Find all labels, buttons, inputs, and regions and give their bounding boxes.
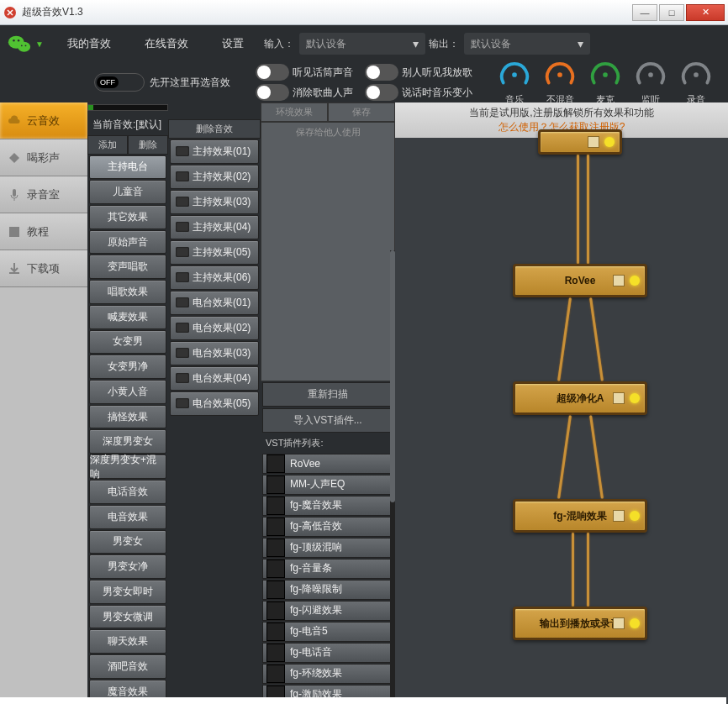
preset-item[interactable]: 主持效果(06) (170, 265, 259, 290)
vst-icon (266, 475, 285, 494)
master-hint: 先开这里再选音效 (150, 76, 230, 90)
vst-item[interactable]: fg-闪避效果 (262, 601, 393, 621)
category-item[interactable]: 聊天效果 (89, 629, 166, 654)
category-item[interactable]: 变声唱歌 (89, 255, 166, 279)
output-label: 输出： (429, 37, 459, 51)
sidebar-downloads[interactable]: 下载项 (0, 250, 87, 287)
dial-3[interactable]: 监听 (634, 59, 667, 106)
minimize-button[interactable]: — (632, 4, 657, 21)
category-item[interactable]: 儿童音 (89, 180, 166, 204)
preset-item[interactable]: 主持效果(01) (170, 139, 259, 164)
dial-1[interactable]: 不混音 (543, 59, 577, 106)
vst-item[interactable]: fg-环绕效果 (262, 664, 393, 684)
preset-item[interactable]: 电台效果(03) (170, 341, 259, 365)
category-item[interactable]: 男变女 (89, 530, 166, 554)
output-select[interactable]: 默认设备 (464, 33, 590, 55)
sliders-icon[interactable] (613, 392, 625, 404)
sidebar-cheer[interactable]: 喝彩声 (0, 139, 87, 176)
input-select[interactable]: 默认设备 (299, 33, 425, 55)
preset-item[interactable]: 电台效果(01) (170, 291, 259, 315)
import-vst-button[interactable]: 导入VST插件... (262, 408, 393, 433)
sidebar-tutorial[interactable]: 教程 (0, 213, 87, 250)
vst-item[interactable]: MM-人声EQ (262, 475, 393, 495)
delete-button[interactable]: 删除 (128, 135, 168, 155)
preset-item[interactable]: 主持效果(04) (170, 215, 259, 239)
svg-point-7 (512, 72, 517, 77)
toggle-hear-mic[interactable]: 听见话筒声音 (256, 64, 353, 81)
tab-online-effects[interactable]: 在线音效 (128, 25, 205, 62)
vst-item[interactable]: RoVee (262, 454, 393, 474)
wechat-dropdown-icon[interactable]: ▼ (35, 39, 44, 49)
vst-item[interactable]: fg-电话音 (262, 643, 393, 663)
svg-point-9 (603, 72, 608, 77)
vst-icon (266, 581, 285, 599)
toggle-remove-vocal[interactable]: 消除歌曲人声 (256, 84, 353, 101)
wechat-icon[interactable] (7, 31, 32, 56)
category-item[interactable]: 小黄人音 (89, 380, 166, 404)
category-item[interactable]: 原始声音 (89, 230, 166, 255)
node-input[interactable] (538, 129, 622, 155)
toggle-ducking[interactable]: 说话时音乐变小 (365, 84, 472, 101)
toggle-others-hear[interactable]: 别人听见我放歌 (365, 64, 472, 81)
vst-icon (266, 623, 285, 641)
svg-point-3 (13, 39, 14, 41)
category-item[interactable]: 女变男 (89, 330, 166, 355)
category-item[interactable]: 酒吧音效 (89, 654, 166, 679)
effect-chain-canvas[interactable]: 当前是试用版,注册版解锁所有效果和功能 怎么使用？怎么获取注册版? RoVee … (395, 102, 728, 704)
category-item[interactable]: 男变女微调 (89, 605, 166, 629)
dial-0[interactable]: 音乐 (498, 59, 531, 106)
vst-item[interactable]: fg-魔音效果 (262, 496, 393, 516)
add-button[interactable]: 添加 (87, 135, 128, 155)
master-toggle[interactable]: OFF (94, 73, 145, 92)
svg-point-8 (557, 72, 562, 77)
window-title: 超级音效V1.3 (22, 5, 630, 19)
category-item[interactable]: 电音效果 (89, 505, 166, 529)
node-output[interactable]: 输出到播放或录音 (513, 607, 647, 640)
category-item[interactable]: 搞怪效果 (89, 405, 166, 429)
category-item[interactable]: 女变男净 (89, 355, 166, 379)
category-item[interactable]: 电话音效 (89, 480, 166, 504)
close-button[interactable]: ✕ (686, 4, 725, 21)
category-item[interactable]: 喊麦效果 (89, 305, 166, 329)
delete-effect-button[interactable]: 删除音效 (168, 119, 261, 139)
preset-item[interactable]: 主持效果(03) (170, 190, 259, 214)
category-item[interactable]: 其它效果 (89, 205, 166, 229)
category-item[interactable]: 唱歌效果 (89, 280, 166, 304)
category-item[interactable]: 深度男变女+混响 (89, 454, 166, 479)
sliders-icon[interactable] (613, 510, 625, 522)
preset-item[interactable]: 电台效果(02) (170, 316, 259, 340)
sidebar-cloud-effects[interactable]: 云音效 (0, 102, 87, 139)
save-button[interactable]: 保存 (328, 102, 395, 122)
category-item[interactable]: 男变女净 (89, 554, 166, 579)
node-reverb[interactable]: fg-混响效果 (513, 499, 647, 533)
preset-item[interactable]: 电台效果(04) (170, 366, 259, 391)
preset-item[interactable]: 电台效果(05) (170, 391, 259, 416)
preset-icon (176, 323, 189, 333)
svg-rect-12 (13, 189, 16, 197)
rescan-button[interactable]: 重新扫描 (262, 382, 393, 407)
preset-item[interactable]: 主持效果(02) (170, 165, 259, 189)
vst-item[interactable]: fg-电音5 (262, 622, 393, 642)
tab-settings[interactable]: 设置 (205, 25, 261, 62)
sidebar-studio[interactable]: 录音室 (0, 176, 87, 213)
node-rovee[interactable]: RoVee (513, 264, 647, 297)
env-effect-button[interactable]: 环境效果 (261, 102, 328, 122)
vst-item[interactable]: fg-高低音效 (262, 517, 393, 537)
preset-item[interactable]: 主持效果(05) (170, 240, 259, 265)
vst-item[interactable]: fg-降噪限制 (262, 580, 393, 600)
dial-2[interactable]: 麦克 (588, 59, 622, 106)
maximize-button[interactable]: □ (659, 4, 684, 21)
category-item[interactable]: 主持电台 (89, 155, 166, 180)
vst-item[interactable]: fg-音量条 (262, 559, 393, 579)
category-item[interactable]: 深度男变女 (89, 429, 166, 454)
sliders-icon[interactable] (613, 617, 625, 629)
dial-4[interactable]: 录音 (679, 59, 713, 106)
node-purify[interactable]: 超级净化A (513, 381, 647, 415)
tab-my-effects[interactable]: 我的音效 (50, 25, 128, 62)
vst-item[interactable]: fg-顶级混响 (262, 538, 393, 558)
save-for-others-button[interactable]: 保存给他人使用 (261, 122, 395, 381)
sidebar: 云音效 喝彩声 录音室 教程 下载项 (0, 102, 87, 704)
category-item[interactable]: 男变女即时 (89, 580, 166, 604)
sliders-icon[interactable] (613, 275, 625, 286)
sliders-icon[interactable] (588, 136, 599, 148)
